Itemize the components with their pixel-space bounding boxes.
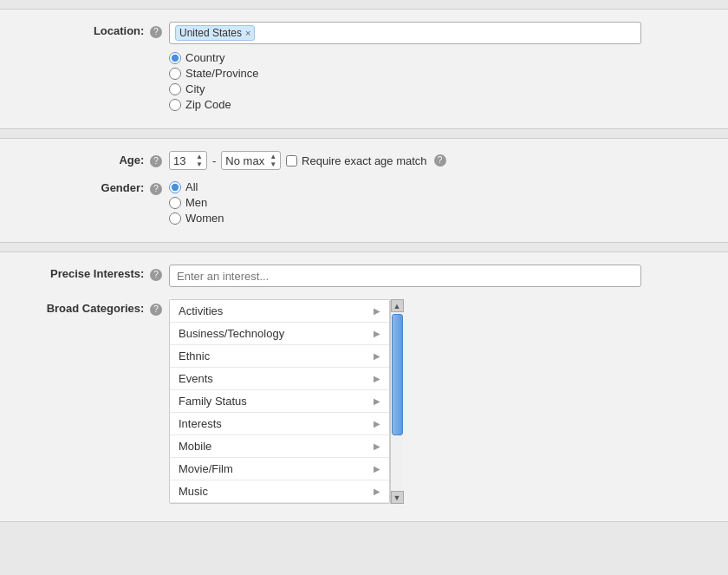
location-section: Location: ? United States × Country xyxy=(0,9,728,129)
gender-label: Gender: ? xyxy=(17,179,169,195)
categories-wrapper: Activities ▶ Business/Technology ▶ Ethni… xyxy=(169,299,711,504)
location-label: Location: ? xyxy=(17,22,169,38)
radio-country-label: Country xyxy=(185,51,225,64)
chevron-right-icon: ▶ xyxy=(374,374,380,383)
gender-content: All Men Women xyxy=(169,179,711,225)
age-min-up[interactable]: ▲ xyxy=(196,153,203,160)
chevron-right-icon: ▶ xyxy=(374,329,380,338)
location-content: United States × Country State/Province xyxy=(169,22,711,111)
gender-all-label: All xyxy=(185,180,198,193)
age-max-select[interactable]: No max ▲ ▼ xyxy=(221,151,281,170)
location-input[interactable]: United States × xyxy=(169,22,641,44)
location-tag: United States × xyxy=(175,25,255,41)
age-min-down[interactable]: ▼ xyxy=(196,160,203,168)
category-name: Events xyxy=(179,372,213,385)
chevron-right-icon: ▶ xyxy=(374,464,380,474)
radio-state[interactable]: State/Province xyxy=(169,67,711,80)
radio-zip[interactable]: Zip Code xyxy=(169,98,711,111)
require-exact-label: Require exact age match xyxy=(302,154,427,167)
age-separator: - xyxy=(212,154,216,167)
radio-city[interactable]: City xyxy=(169,82,711,95)
category-name: Interests xyxy=(179,417,222,430)
category-name: Family Status xyxy=(179,395,247,408)
precise-interests-label-text: Precise Interests: xyxy=(50,267,144,280)
gender-men[interactable]: Men xyxy=(169,196,711,209)
age-min-value: 13 xyxy=(173,154,185,167)
radio-state-input[interactable] xyxy=(169,68,181,80)
gender-radio-group: All Men Women xyxy=(169,180,711,225)
broad-categories-row: Broad Categories: ? Activities ▶ Busines… xyxy=(17,299,711,504)
category-name: Business/Technology xyxy=(179,327,284,340)
categories-list[interactable]: Activities ▶ Business/Technology ▶ Ethni… xyxy=(169,299,390,504)
gender-all[interactable]: All xyxy=(169,180,711,193)
scrollbar-thumb[interactable] xyxy=(392,314,403,435)
location-label-text: Location: xyxy=(94,24,145,37)
age-controls: 13 ▲ ▼ - No max ▲ ▼ xyxy=(169,151,711,170)
precise-interests-row: Precise Interests: ? xyxy=(17,265,711,287)
radio-city-input[interactable] xyxy=(169,83,181,95)
category-name: Ethnic xyxy=(179,350,210,363)
precise-interests-help[interactable]: ? xyxy=(150,269,162,281)
category-list: Activities ▶ Business/Technology ▶ Ethni… xyxy=(170,300,389,503)
location-help[interactable]: ? xyxy=(150,26,162,38)
scrollbar-inner xyxy=(391,312,403,491)
gender-row: Gender: ? All Men Women xyxy=(17,179,711,225)
location-row: Location: ? United States × Country xyxy=(17,22,711,111)
list-item[interactable]: Family Status ▶ xyxy=(170,390,389,413)
scrollbar-track: ▲ ▼ xyxy=(390,299,403,504)
gender-men-label: Men xyxy=(185,196,207,209)
category-name: Movie/Film xyxy=(179,462,233,475)
location-tag-close[interactable]: × xyxy=(245,28,250,38)
age-max-label: No max xyxy=(225,154,264,167)
list-item[interactable]: Music ▶ xyxy=(170,480,389,503)
category-name: Mobile xyxy=(179,440,211,453)
radio-zip-input[interactable] xyxy=(169,99,181,111)
age-row: Age: ? 13 ▲ ▼ - No max xyxy=(17,151,711,170)
age-max-up[interactable]: ▲ xyxy=(270,153,276,160)
list-item[interactable]: Events ▶ xyxy=(170,368,389,390)
scrollbar-down-button[interactable]: ▼ xyxy=(391,491,404,504)
age-max-arrows[interactable]: ▲ ▼ xyxy=(270,153,276,168)
age-help[interactable]: ? xyxy=(150,155,162,167)
require-exact-checkbox[interactable] xyxy=(286,155,297,167)
age-label-text: Age: xyxy=(119,154,144,167)
gender-women[interactable]: Women xyxy=(169,212,711,225)
radio-state-label: State/Province xyxy=(185,67,259,80)
gender-men-input[interactable] xyxy=(169,197,181,209)
gender-help[interactable]: ? xyxy=(150,183,162,195)
location-input-row: United States × xyxy=(169,22,711,44)
require-exact-help[interactable]: ? xyxy=(434,154,446,167)
gender-label-text: Gender: xyxy=(101,181,145,194)
age-min-spinner[interactable]: 13 ▲ ▼ xyxy=(169,151,207,170)
list-item[interactable]: Interests ▶ xyxy=(170,413,389,435)
gender-all-input[interactable] xyxy=(169,181,181,193)
precise-interests-input[interactable] xyxy=(169,265,641,287)
broad-categories-help[interactable]: ? xyxy=(150,304,162,316)
list-item[interactable]: Movie/Film ▶ xyxy=(170,458,389,480)
broad-categories-label: Broad Categories: ? xyxy=(17,299,169,316)
age-gender-section: Age: ? 13 ▲ ▼ - No max xyxy=(0,138,728,243)
radio-country[interactable]: Country xyxy=(169,51,711,64)
list-item[interactable]: Ethnic ▶ xyxy=(170,345,389,368)
age-max-down[interactable]: ▼ xyxy=(270,160,276,168)
radio-country-input[interactable] xyxy=(169,52,181,64)
require-exact-row: Require exact age match ? xyxy=(286,154,446,167)
category-name: Activities xyxy=(179,304,223,317)
location-tag-text: United States xyxy=(179,27,242,39)
age-content: 13 ▲ ▼ - No max ▲ ▼ xyxy=(169,151,711,170)
age-label: Age: ? xyxy=(17,151,169,167)
list-item[interactable]: Mobile ▶ xyxy=(170,435,389,458)
gender-women-input[interactable] xyxy=(169,212,181,225)
age-min-arrows[interactable]: ▲ ▼ xyxy=(196,153,203,168)
location-radio-group: Country State/Province City Zip Code xyxy=(169,51,711,111)
chevron-right-icon: ▶ xyxy=(374,487,380,496)
radio-zip-label: Zip Code xyxy=(185,98,231,111)
category-name: Music xyxy=(179,485,208,498)
scrollbar-up-button[interactable]: ▲ xyxy=(391,299,404,312)
chevron-right-icon: ▶ xyxy=(374,306,380,316)
list-item[interactable]: Business/Technology ▶ xyxy=(170,323,389,345)
list-item[interactable]: Activities ▶ xyxy=(170,300,389,323)
chevron-right-icon: ▶ xyxy=(374,351,380,361)
broad-categories-label-text: Broad Categories: xyxy=(47,302,145,315)
precise-interests-content xyxy=(169,265,711,287)
